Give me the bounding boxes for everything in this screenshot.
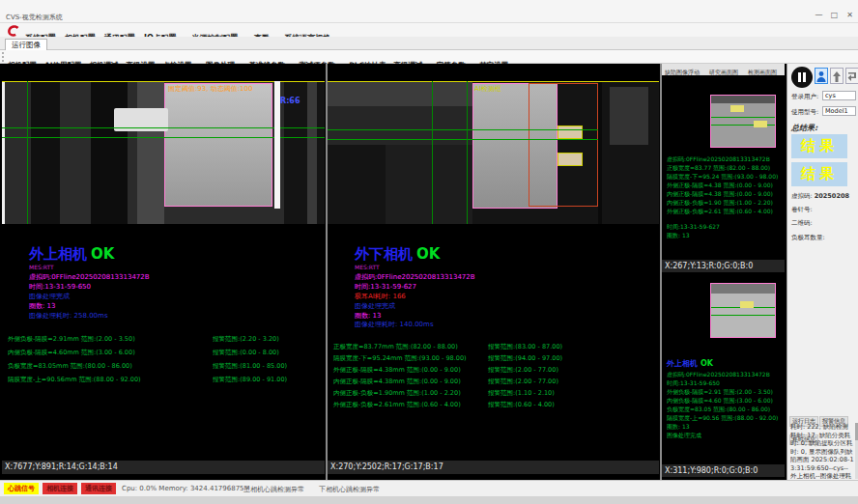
login-user-label: 登录用户: <box>791 93 818 101</box>
camera-name: 外上相机 <box>667 359 698 368</box>
ai-elapsed: 极耳AI耗时: 166 <box>355 292 406 301</box>
result-boxes: 结果结果 <box>787 134 845 190</box>
preview-line: 虚拟码:0FFline2025020813313472B <box>667 370 778 378</box>
capture-time: 时间:13-31-59-650 <box>29 282 91 292</box>
toolbar-grip[interactable] <box>2 52 5 62</box>
preview-pane-top: 虚拟码:0FFline2025020813313472B正极宽度=83.77 范… <box>662 75 785 272</box>
camera-pane-left: 固定阈值:93, 动态阈值:100 R:66 外上相机OK MES:RTT 虚拟… <box>2 64 325 480</box>
preview-line: 圈数: 13 <box>667 231 720 239</box>
preview-line: 虚拟码:0FFline2025020813313472B <box>667 154 778 163</box>
warning-down-camera: 下相机心跳检测异常 <box>319 485 380 494</box>
measurement-row: 内侧正极-隔膜=4.38mm 范围:(0.00 - 9.00) 报警范围:(2.… <box>333 369 562 380</box>
preview-text-top-extra: 时间:13-31-59-627圈数: 13 <box>667 222 720 239</box>
window-title: CVS-视觉检测系统 <box>6 13 63 22</box>
capture-time: 时间:13-31-59-627 <box>355 282 416 292</box>
camera-connect-badge: 相机连接 <box>43 483 77 494</box>
preview-pane-bottom: 外上相机OK 虚拟码:0FFline2025020813313472B时间:13… <box>662 275 785 477</box>
minimize-button[interactable]: — <box>812 10 826 20</box>
pause-button[interactable] <box>791 67 813 88</box>
camera-view-middle[interactable]: AI检测框 <box>328 81 659 224</box>
preview-image-top[interactable] <box>710 95 776 148</box>
tab-highlight <box>740 301 754 308</box>
preview-column: 缺陷图像浮动研究画面图检测画面图 虚拟码:0FFline202502081331… <box>662 64 785 480</box>
measure-line-green-vertical <box>467 81 468 224</box>
measurement-row: 正极宽度=83.77mm 范围:(82.00 - 88.00) 报警范围:(83… <box>333 334 562 346</box>
measurement-row: 负极宽度=83.05mm 范围:(80.00 - 86.00) 报警范围:(81… <box>8 353 287 367</box>
process-done: 图像处理完成 <box>355 301 395 311</box>
code-row: 虚拟码: 20250208 <box>791 192 849 201</box>
tab-strip <box>0 37 858 50</box>
preview-line: 内侧正极-负极=1.90 范围:(1.00 - 2.20) <box>667 198 778 207</box>
pin-label: 卷针号: <box>791 206 813 214</box>
window-footer <box>0 496 858 504</box>
sidebar: 登录用户: cys 使用型号: Model1 总结果: 结果结果 虚拟码: 20… <box>786 64 858 480</box>
camera-name: 外下相机 <box>355 245 413 263</box>
measure-line-green <box>328 139 598 140</box>
camera-name: 外上相机 <box>29 245 87 263</box>
camera-view-left[interactable]: 固定阈值:93, 动态阈值:100 R:66 <box>2 81 325 224</box>
tab-highlight <box>730 105 744 112</box>
preview-text-top: 虚拟码:0FFline2025020813313472B正极宽度=83.77 范… <box>667 154 778 215</box>
close-button[interactable]: ✕ <box>843 10 857 20</box>
model-field[interactable]: Model1 <box>822 106 856 116</box>
app-logo-icon <box>6 23 21 37</box>
measurement-row: 外侧负极-隔膜=2.91mm 范围:(2.00 - 3.50) 报警范围:(2.… <box>8 326 287 340</box>
preview-line: 外侧正极-隔膜=4.38 范围:(0.00 - 9.00) <box>667 181 778 189</box>
pause-icon <box>798 72 801 82</box>
turn-count: 圈数: 13 <box>29 301 56 311</box>
coords-readout-middle: X:270;Y:2502;R:17;G:17;B:17 <box>328 461 659 474</box>
measurement-list: 正极宽度=83.77mm 范围:(82.00 - 88.00) 报警范围:(83… <box>333 334 562 404</box>
preview-header-tabs: 缺陷图像浮动研究画面图检测画面图 <box>662 64 785 75</box>
blue-overlay-label: R:66 <box>280 97 300 105</box>
preview-image-bottom[interactable] <box>710 283 776 338</box>
alarm-range: 报警范围:(0.60 - 4.00) <box>488 401 555 409</box>
preview-line: 时间:13-31-59-627 <box>667 222 720 231</box>
process-elapsed: 图像处理耗时: 140.00ms <box>355 320 434 329</box>
comm-connect-badge: 通讯连接 <box>81 483 116 494</box>
preview-line: 隔膜宽度-下=95.24 范围:(93.00 - 98.00) <box>667 172 778 181</box>
preview-line: 图像处理完成 <box>667 431 778 439</box>
measurement-row: 内侧正极-负极=1.90mm 范围:(1.00 - 2.20) 报警范围:(1.… <box>333 380 562 392</box>
model-label: 使用型号: <box>791 108 818 117</box>
process-elapsed: 图像处理耗时: 258.00ms <box>29 311 108 321</box>
ai-detect-box <box>529 83 598 207</box>
user-icon-button[interactable] <box>815 68 828 84</box>
upload-arrow-button[interactable] <box>830 68 844 84</box>
camera-pane-middle: AI检测框 外下相机OK MES:RTT 虚拟码:0FFline20250208… <box>328 64 659 480</box>
alarm-range: 报警范围:(89.00 - 91.00) <box>213 376 287 384</box>
preview-line: 时间:13-31-59-650 <box>667 378 778 387</box>
qr-label: 二维码: <box>791 219 813 228</box>
measurement-row: 隔膜宽度-上=90.56mm 范围:(88.00 - 92.00) 报警范围:(… <box>8 367 287 380</box>
measure-line-green-vertical <box>432 81 433 224</box>
coords-readout-left: X:7677;Y:891;R:14;G:14;B:14 <box>2 461 325 474</box>
pause-icon <box>803 72 806 82</box>
preview-line: 圈数: 13 <box>667 422 778 431</box>
heartbeat-badge: 心跳信号 <box>4 483 39 494</box>
cpu-memory-text: Cpu: 0.0% Memory: 3424.41796875M <box>122 485 250 492</box>
main-view-area: 固定阈值:93, 动态阈值:100 R:66 外上相机OK MES:RTT 虚拟… <box>0 64 786 480</box>
tab-count-label: 负极耳数量: <box>791 234 825 242</box>
result-ok: OK <box>416 245 440 263</box>
login-user-field[interactable]: cys <box>822 91 856 100</box>
preview-line: 隔膜宽度-上=90.56 范围:(88.00 - 92.00) <box>667 413 778 422</box>
mes-line: MES:RTT <box>355 264 380 270</box>
result-ok: OK <box>91 245 114 263</box>
result-ok: OK <box>701 359 713 368</box>
maximize-button[interactable]: □ <box>827 10 842 20</box>
tab-highlight <box>558 126 583 139</box>
code-label: 虚拟码: <box>791 192 813 200</box>
measure-line-green <box>328 129 598 130</box>
virtual-code: 虚拟码:0FFline2025020813313472B <box>355 272 475 282</box>
result-box: 结果 <box>791 134 847 158</box>
preview-ok-line: 外上相机OK <box>667 358 713 369</box>
ai-overlay-text: AI检测框 <box>474 84 501 94</box>
threshold-overlay-text: 固定阈值:93, 动态阈值:100 <box>168 84 252 94</box>
measurement-row: 隔膜宽度-下=95.24mm 范围:(93.00 - 98.00) 报警范围:(… <box>333 346 562 357</box>
code-value: 20250208 <box>815 192 849 200</box>
total-result-label: 总结果: <box>791 123 817 133</box>
cell-region-box <box>164 83 272 207</box>
reference-line-yellow <box>328 81 659 82</box>
camera-result-title: 外下相机OK <box>355 245 440 264</box>
tab-highlight <box>558 153 583 166</box>
return-arrow-button[interactable] <box>845 68 858 84</box>
